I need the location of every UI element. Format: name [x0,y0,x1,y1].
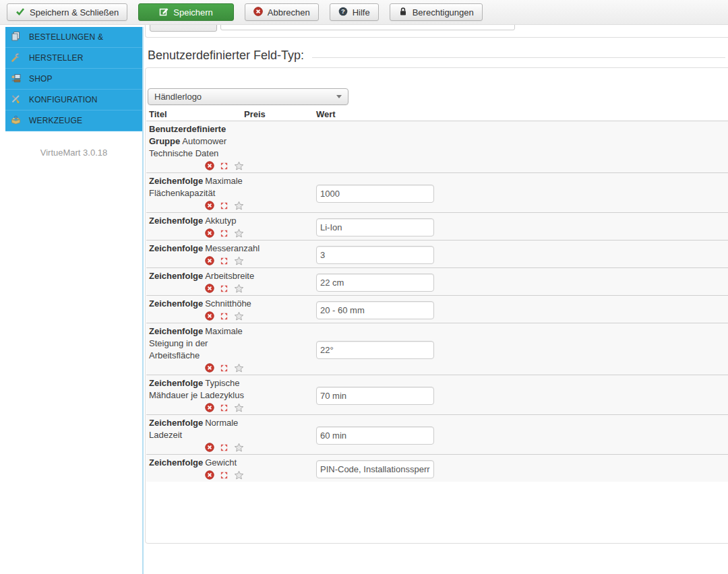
star-icon[interactable] [234,228,244,238]
move-icon[interactable] [220,471,229,480]
move-icon[interactable] [220,404,229,412]
cancel-label: Abbrechen [268,7,310,18]
move-icon[interactable] [220,229,229,238]
row-actions [205,199,316,212]
field-title: ZeichenfolgeAkkutyp [149,215,245,227]
delete-icon[interactable] [205,403,214,412]
move-icon[interactable] [220,162,229,170]
delete-icon[interactable] [205,311,214,321]
delete-icon[interactable] [205,161,214,170]
table-row: ZeichenfolgeMesseranzahl [146,241,728,268]
star-icon[interactable] [234,403,244,413]
star-icon[interactable] [234,311,244,321]
move-icon[interactable] [220,257,229,265]
field-value-input[interactable] [316,246,434,264]
delete-icon[interactable] [205,228,214,238]
field-title: ZeichenfolgeNormale Ladezeit [149,417,245,441]
field-label: Gewicht [205,457,237,468]
sidebar-item-bestellungen[interactable]: BESTELLUNGEN & [5,27,142,48]
header-preis: Preis [244,109,316,119]
table-row: ZeichenfolgeMaximale Steigung in der Arb… [146,323,728,375]
virtuemart-version: VirtueMart 3.0.18 [5,148,142,158]
field-title: ZeichenfolgeArbeitsbreite [149,270,245,282]
sidebar-item-shop[interactable]: SHOP [5,69,142,90]
field-label: Arbeitsbreite [205,271,254,281]
field-value-input[interactable] [316,218,434,236]
svg-text:?: ? [341,7,345,15]
cancel-button[interactable]: Abbrechen [245,3,319,21]
delete-icon[interactable] [205,443,214,452]
table-row: ZeichenfolgeTypische Mähdauer je Ladezyk… [146,375,728,415]
delete-icon[interactable] [205,470,214,480]
table-row: ZeichenfolgeNormale Ladezeit [146,415,728,455]
move-icon[interactable] [220,201,229,210]
permissions-button[interactable]: Berechtigungen [390,3,483,21]
field-title: ZeichenfolgeTypische Mähdauer je Ladezyk… [149,377,245,402]
sidebar-item-hersteller[interactable]: HERSTELLER [5,48,142,69]
field-type-label: Zeichenfolge [149,176,205,186]
field-value-input[interactable] [316,341,434,359]
field-value-cell [316,123,728,172]
star-icon[interactable] [234,363,244,373]
sidebar-item-label: SHOP [29,74,53,84]
field-value-cell [316,270,728,294]
custom-fields-fieldset: Händlerlogo Titel Preis Wert Benutzerdef… [145,67,728,544]
star-icon[interactable] [234,470,244,480]
edit-icon [159,7,169,18]
row-actions [205,362,316,374]
sidebar-item-werkzeuge[interactable]: WERKZEUGE [5,110,142,131]
field-title-cell: ZeichenfolgeSchnitthöhe [149,298,316,322]
orders-icon [10,31,22,44]
field-value-cell [316,377,728,414]
field-value-input[interactable] [316,301,434,319]
custom-field-type-select[interactable]: Händlerlogo [148,88,348,105]
field-type-label: Zeichenfolge [149,271,205,281]
help-button[interactable]: ? Hilfe [330,3,379,21]
delete-icon[interactable] [205,256,214,265]
delete-icon[interactable] [205,363,214,373]
table-row: ZeichenfolgeSchnitthöhe [146,296,728,323]
field-value-input[interactable] [316,185,434,203]
save-close-button[interactable]: Speichern & Schließen [7,3,127,21]
field-value-cell [316,325,728,374]
move-icon[interactable] [220,364,229,373]
star-icon[interactable] [234,201,244,211]
field-value-cell [316,175,728,212]
legend-line [312,57,725,58]
star-icon[interactable] [234,256,244,266]
field-title-cell: Benutzerdefinierte GruppeAutomower Techn… [149,123,316,172]
row-actions [205,255,316,267]
field-value-input[interactable] [316,387,434,405]
row-actions [205,469,316,481]
save-button[interactable]: Speichern [138,3,234,21]
star-icon[interactable] [234,284,244,294]
sidebar-item-konfiguration[interactable]: KONFIGURATION [5,90,142,110]
delete-icon[interactable] [205,284,214,293]
virtuemart-admin-page: Speichern & Schließen Speichern Abbreche… [0,0,728,574]
field-value-input[interactable] [316,274,434,292]
field-title: ZeichenfolgeSchnitthöhe [149,298,245,310]
move-icon[interactable] [220,443,229,452]
table-row: Benutzerdefinierte GruppeAutomower Techn… [146,121,728,173]
field-value-cell [316,417,728,453]
table-row: ZeichenfolgeAkkutyp [146,213,728,241]
table-row: ZeichenfolgeMaximale Flächenkapazität [146,173,728,213]
field-value-cell [316,298,728,322]
move-icon[interactable] [220,312,229,321]
star-icon[interactable] [234,443,244,453]
header-wert: Wert [316,109,728,119]
star-icon[interactable] [234,161,244,171]
move-icon[interactable] [220,284,229,293]
field-type-label: Zeichenfolge [149,216,205,226]
field-value-input[interactable] [316,460,434,478]
field-title: ZeichenfolgeGewicht [149,457,245,469]
sidebar-item-label: HERSTELLER [29,53,84,63]
field-title: ZeichenfolgeMesseranzahl [149,243,245,255]
custom-fields-table: Titel Preis Wert Benutzerdefinierte Grup… [146,107,728,482]
field-value-cell [316,457,728,481]
delete-icon[interactable] [205,201,214,210]
table-row: ZeichenfolgeGewicht [146,455,728,482]
field-title-cell: ZeichenfolgeMesseranzahl [149,243,316,267]
field-value-input[interactable] [316,426,434,445]
help-icon: ? [338,7,348,18]
